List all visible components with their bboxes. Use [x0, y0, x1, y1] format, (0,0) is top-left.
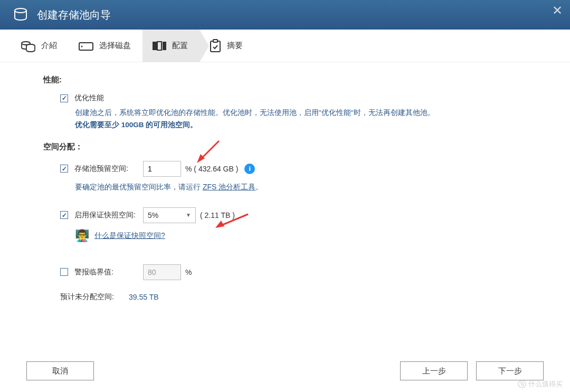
unallocated-label: 预计未分配空间:	[60, 292, 129, 302]
optimize-row: 优化性能	[43, 93, 544, 103]
alarm-unit: %	[185, 268, 192, 276]
prev-button[interactable]: 上一步	[400, 361, 468, 380]
step-summary-label: 摘要	[227, 41, 243, 51]
snapshot-size: ( 2.11 TB )	[200, 211, 235, 219]
snapshot-select[interactable]: 5% ▼	[143, 207, 196, 223]
snapshot-checkbox[interactable]	[60, 211, 68, 219]
svg-rect-9	[213, 40, 217, 42]
snapshot-help-link[interactable]: 什么是保证快照空间?	[94, 231, 165, 241]
step-bar: 介紹 选择磁盘 配置 摘要	[0, 30, 570, 62]
zfs-tool-link[interactable]: ZFS 池分析工具	[203, 183, 255, 191]
wizard-header: 创建存储池向导 ✕	[0, 0, 570, 30]
optimize-checkbox[interactable]	[60, 94, 68, 102]
reserved-label: 存储池预留空间:	[74, 164, 143, 174]
wizard-title: 创建存储池向导	[37, 8, 111, 22]
snapshot-row: 启用保证快照空间: 5% ▼ ( 2.11 TB )	[43, 207, 544, 224]
snapshot-label: 启用保证快照空间:	[74, 211, 143, 220]
teacher-icon: 👨‍🏫	[75, 229, 89, 243]
reserved-hint: 要确定池的最优预留空间比率，请运行 ZFS 池分析工具。	[43, 183, 544, 192]
snapshot-help-row: 👨‍🏫 什么是保证快照空间?	[43, 229, 544, 243]
cancel-button[interactable]: 取消	[26, 361, 94, 380]
svg-point-4	[81, 45, 83, 47]
chevron-down-icon: ▼	[186, 212, 191, 218]
step-configure[interactable]: 配置	[142, 30, 200, 62]
next-button[interactable]: 下一步	[476, 361, 544, 380]
reserved-checkbox[interactable]	[60, 165, 68, 173]
watermark: 什么值得买	[518, 379, 563, 389]
unallocated-value: 39.55 TB	[129, 293, 159, 301]
reserved-input[interactable]	[143, 161, 181, 177]
close-icon[interactable]: ✕	[552, 4, 563, 17]
svg-rect-7	[163, 42, 166, 50]
alarm-checkbox[interactable]	[60, 268, 68, 276]
allocation-section-title: 空间分配：	[43, 142, 544, 152]
step-select-disk[interactable]: 选择磁盘	[69, 30, 142, 62]
performance-section-title: 性能:	[43, 75, 544, 85]
optimize-description: 创建池之后，系统将立即优化池的存储性能。优化池时，无法使用池，启用"优化性能"时…	[43, 107, 544, 131]
step-configure-label: 配置	[172, 41, 188, 51]
step-intro[interactable]: 介紹	[11, 30, 69, 62]
alarm-row: 警报临界值: %	[43, 264, 544, 281]
svg-rect-6	[157, 42, 162, 50]
alarm-label: 警报临界值:	[74, 267, 143, 277]
snapshot-value: 5%	[148, 211, 158, 219]
footer-bar: 取消 上一步 下一步	[0, 361, 570, 380]
step-intro-label: 介紹	[41, 41, 57, 51]
content-area: 性能: 优化性能 创建池之后，系统将立即优化池的存储性能。优化池时，无法使用池，…	[0, 62, 570, 302]
svg-point-0	[15, 8, 26, 13]
info-icon[interactable]: i	[244, 164, 255, 174]
optimize-label: 优化性能	[74, 93, 104, 103]
reserved-unit: % ( 432.64 GB )	[185, 165, 238, 173]
reserved-row: 存储池预留空间: % ( 432.64 GB ) i	[43, 160, 544, 177]
alarm-input	[143, 264, 181, 280]
step-select-disk-label: 选择磁盘	[99, 41, 131, 51]
storage-icon	[13, 6, 28, 24]
unallocated-row: 预计未分配空间: 39.55 TB	[43, 292, 544, 302]
svg-rect-5	[153, 42, 157, 50]
